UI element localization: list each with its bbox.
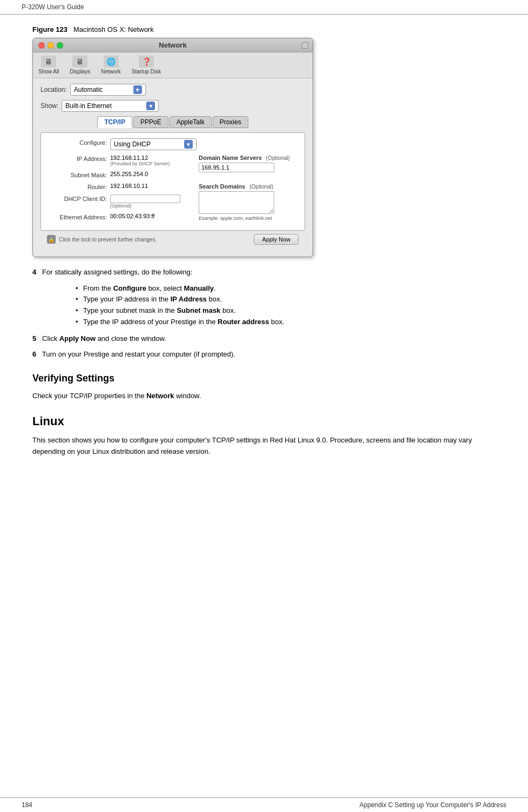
page-footer: 184 Appendix C Setting up Your Computer'… <box>0 797 528 812</box>
startup-disk-icon: ❓ <box>139 56 154 68</box>
step4-bullets: From the Configure box, select Manually.… <box>76 283 496 328</box>
ethernet-address-value: 00:05:02:43:93:ff <box>110 213 154 219</box>
step-5: 5 Click Apply Now and close the window. <box>32 333 496 344</box>
linux-text: This section shows you how to configure … <box>32 435 496 458</box>
tab-tcpip[interactable]: TCP/IP <box>97 116 132 128</box>
ip-address-sub: (Provided by DHCP Server) <box>110 161 170 166</box>
step5-num: 5 <box>32 334 36 343</box>
show-select[interactable]: Built-in Ethernet ▼ <box>62 100 159 112</box>
tab-appletalk[interactable]: AppleTalk <box>170 116 212 128</box>
router-label: Router: <box>48 183 107 190</box>
toolbar-startup-disk-label: Startup Disk <box>132 69 161 75</box>
search-domains-example: Example: apple.com, earthlink.net <box>199 216 298 221</box>
ip-address-value: 192.168.11.12 <box>110 155 170 161</box>
mac-dialog: Network 🖥 Show All 🖥 Displays 🌐 Network … <box>32 38 313 257</box>
panel-left-col: IP Address: 192.168.11.12 (Provided by D… <box>48 155 199 225</box>
dns-input[interactable] <box>199 163 274 172</box>
bullet-2: Type your IP address in the IP Address b… <box>76 294 496 305</box>
subnet-mask-label: Subnet Mask: <box>48 171 107 178</box>
location-label: Location: <box>40 86 67 93</box>
traffic-lights <box>38 42 63 49</box>
ip-address-row: IP Address: 192.168.11.12 (Provided by D… <box>48 155 199 166</box>
show-all-icon: 🖥 <box>41 56 56 68</box>
configure-select[interactable]: Using DHCP ▼ <box>110 138 197 150</box>
dhcp-client-id-optional: (Optional) <box>110 203 180 209</box>
mac-toolbar: 🖥 Show All 🖥 Displays 🌐 Network ❓ Startu… <box>33 52 313 78</box>
zoom-button-icon[interactable] <box>57 42 63 49</box>
toolbar-show-all[interactable]: 🖥 Show All <box>38 56 59 75</box>
dns-optional: (Optional) <box>266 155 290 161</box>
dhcp-client-id-group: (Optional) <box>110 194 180 209</box>
page-header: P-320W User's Guide <box>0 0 528 15</box>
toolbar-network-label: Network <box>101 69 121 75</box>
footer-page-number: 184 <box>22 801 32 809</box>
verifying-text: Check your TCP/IP properties in the Netw… <box>32 391 496 402</box>
dialog-title: Network <box>159 41 186 49</box>
mac-panel: Configure: Using DHCP ▼ IP Address: <box>40 132 305 231</box>
dhcp-client-id-input[interactable] <box>110 194 180 203</box>
step4-num: 4 <box>32 268 36 276</box>
toolbar-show-all-label: Show All <box>38 69 59 75</box>
location-select[interactable]: Automatic ▼ <box>70 84 146 96</box>
ethernet-address-row: Ethernet Address: 00:05:02:43:93:ff <box>48 213 199 220</box>
tab-pppoe[interactable]: PPPoE <box>133 116 168 128</box>
resize-icon[interactable] <box>302 42 308 49</box>
dns-label: Domain Name Servers (Optional) <box>199 155 298 161</box>
search-domains-optional: (Optional) <box>249 184 273 190</box>
step-4: 4 For statically assigned settings, do t… <box>32 267 496 278</box>
step4-text: For statically assigned settings, do the… <box>42 268 192 276</box>
network-bold: Network <box>146 392 174 400</box>
step6-num: 6 <box>32 350 36 358</box>
bullet-3: Type your subnet mask in the Subnet mask… <box>76 305 496 317</box>
location-value: Automatic <box>74 86 103 93</box>
page-content: Figure 123 Macintosh OS X: Network Netwo… <box>0 15 528 490</box>
step6-text: Turn on your Prestige and restart your c… <box>42 350 235 358</box>
apply-now-bold: Apply Now <box>59 334 96 343</box>
toolbar-startup-disk[interactable]: ❓ Startup Disk <box>132 56 161 75</box>
mac-body: Location: Automatic ▼ Show: Built-in Eth… <box>33 78 313 251</box>
search-domains-input[interactable] <box>199 191 274 214</box>
dhcp-client-id-row: DHCP Client ID: (Optional) <box>48 194 199 209</box>
step-6: 6 Turn on your Prestige and restart your… <box>32 349 496 360</box>
lock-area[interactable]: 🔒 Click the lock to prevent further chan… <box>47 235 157 244</box>
dns-section: Domain Name Servers (Optional) <box>199 155 298 172</box>
show-label: Show: <box>40 102 58 110</box>
minimize-button-icon[interactable] <box>48 42 54 49</box>
subnet-mask-bold: Subnet mask <box>177 306 220 314</box>
figure-caption: Figure 123 Macintosh OS X: Network <box>32 25 496 33</box>
search-domains-section: Search Domains (Optional) Example: apple… <box>199 183 298 221</box>
close-button-icon[interactable] <box>38 42 45 49</box>
router-row: Router: 192.168.10.11 <box>48 183 199 190</box>
toolbar-displays-label: Displays <box>70 69 90 75</box>
ip-address-label: IP Address: <box>48 155 107 162</box>
panel-two-col: IP Address: 192.168.11.12 (Provided by D… <box>48 155 298 225</box>
configure-label: Configure: <box>48 138 107 146</box>
manually-bold: Manually <box>184 284 214 292</box>
toolbar-displays[interactable]: 🖥 Displays <box>70 56 90 75</box>
panel-right-col: Domain Name Servers (Optional) Search Do… <box>199 155 298 225</box>
ip-address-value-group: 192.168.11.12 (Provided by DHCP Server) <box>110 155 170 166</box>
show-value: Built-in Ethernet <box>65 102 111 110</box>
dhcp-client-id-label: DHCP Client ID: <box>48 194 107 202</box>
linux-heading: Linux <box>32 414 496 428</box>
subnet-mask-row: Subnet Mask: 255.255.254.0 <box>48 171 199 178</box>
configure-arrow-icon: ▼ <box>184 140 193 149</box>
lock-icon: 🔒 <box>47 235 56 244</box>
footer-appendix-label: Appendix C Setting up Your Computer's IP… <box>360 801 506 809</box>
mac-bottom: 🔒 Click the lock to prevent further chan… <box>40 231 305 246</box>
tab-proxies[interactable]: Proxies <box>213 116 248 128</box>
subnet-mask-value: 255.255.254.0 <box>110 171 148 177</box>
network-icon: 🌐 <box>104 56 119 68</box>
mac-tabs: TCP/IP PPPoE AppleTalk Proxies <box>40 116 305 128</box>
apply-now-button[interactable]: Apply Now <box>254 234 299 245</box>
router-value: 192.168.10.11 <box>110 183 148 189</box>
toolbar-network[interactable]: 🌐 Network <box>101 56 121 75</box>
location-row: Location: Automatic ▼ <box>40 84 305 96</box>
mac-titlebar: Network <box>33 38 313 52</box>
lock-text: Click the lock to prevent further change… <box>59 237 157 243</box>
search-domains-label: Search Domains (Optional) <box>199 183 298 190</box>
displays-icon: 🖥 <box>72 56 87 68</box>
configure-row: Configure: Using DHCP ▼ <box>48 138 298 150</box>
bullet-1: From the Configure box, select Manually. <box>76 283 496 294</box>
router-address-bold: Router address <box>218 318 269 326</box>
